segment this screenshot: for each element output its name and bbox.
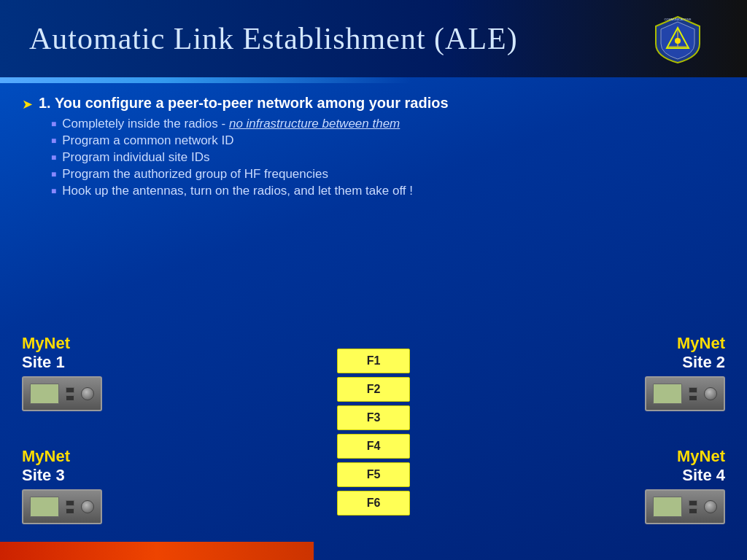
main-point: ➤ 1. You configure a peer-to-peer networ… (22, 95, 725, 112)
radio-controls (689, 387, 697, 401)
bullet-text-before: Completely inside the radios - (62, 117, 229, 131)
bullet-icon: ■ (51, 119, 56, 129)
site2-radio (645, 376, 725, 411)
infrastructure-link: no infrastructure between them (229, 117, 400, 131)
bullet-text: Program individual site IDs (62, 150, 209, 165)
site-1: MyNet Site 1 (22, 334, 102, 411)
freq-box-f6: F6 (337, 491, 410, 516)
site3-radio (22, 489, 102, 524)
list-item: ■ Program the authorized group of HF fre… (51, 167, 725, 182)
site3-site-label: Site 3 (22, 466, 65, 485)
frequency-list: F1 F2 F3 F4 F5 F6 (337, 349, 410, 516)
site-4: MyNet Site 4 (645, 447, 725, 524)
main-point-text: 1. You configure a peer-to-peer network … (39, 95, 449, 112)
radio-controls (66, 500, 74, 514)
radio-screen (653, 497, 682, 517)
bullet-text: Completely inside the radios - no infras… (62, 117, 400, 131)
radio-btn (689, 500, 697, 506)
bullet-icon: ■ (51, 186, 56, 196)
list-item: ■ Program individual site IDs (51, 150, 725, 165)
accent-bar (0, 77, 411, 83)
sub-bullets-list: ■ Completely inside the radios - no infr… (22, 117, 725, 198)
list-item: ■ Program a common network ID (51, 133, 725, 148)
content-area: ➤ 1. You configure a peer-to-peer networ… (0, 83, 747, 209)
site1-radio (22, 376, 102, 411)
header: Automatic Link Establishment (ALE) COMMU… (0, 0, 747, 77)
radio-knob (704, 387, 717, 400)
radio-btn (66, 387, 74, 393)
radio-controls (689, 500, 697, 514)
site2-mynet-label: MyNet (677, 334, 725, 353)
radio-btn (66, 508, 74, 514)
bottom-bar (0, 542, 314, 560)
list-item: ■ Completely inside the radios - no infr… (51, 117, 725, 131)
radio-controls (66, 387, 74, 401)
freq-box-f1: F1 (337, 349, 410, 373)
site1-site-label: Site 1 (22, 353, 65, 372)
radio-knob (81, 387, 94, 400)
radio-btn (689, 395, 697, 401)
radio-btn (689, 387, 697, 393)
arrow-icon: ➤ (22, 96, 33, 112)
slide-title: Automatic Link Establishment (ALE) (29, 21, 518, 56)
site-3: MyNet Site 3 (22, 447, 102, 524)
bullet-text: Program the authorized group of HF frequ… (62, 167, 328, 182)
radio-screen (653, 384, 682, 404)
bullet-text: Hook up the antennas, turn on the radios… (62, 184, 413, 198)
sites-area: MyNet Site 1 MyNet Site 2 (0, 334, 747, 560)
list-item: ■ Hook up the antennas, turn on the radi… (51, 184, 725, 198)
badge-icon: COMMUNICATIONS (652, 13, 703, 64)
radio-knob (81, 500, 94, 513)
freq-box-f5: F5 (337, 462, 410, 487)
bullet-text: Program a common network ID (62, 133, 233, 148)
site4-site-label: Site 4 (682, 466, 725, 485)
freq-box-f3: F3 (337, 405, 410, 430)
radio-btn (689, 508, 697, 514)
site1-mynet-label: MyNet (22, 334, 70, 353)
bullet-icon: ■ (51, 152, 56, 163)
radio-btn (66, 395, 74, 401)
site4-mynet-label: MyNet (677, 447, 725, 466)
bullet-icon: ■ (51, 169, 56, 179)
slide: Automatic Link Establishment (ALE) COMMU… (0, 0, 747, 560)
site-2: MyNet Site 2 (645, 334, 725, 411)
radio-screen (30, 384, 59, 404)
radio-knob (704, 500, 717, 513)
radio-btn (66, 500, 74, 506)
bullet-icon: ■ (51, 136, 56, 146)
freq-box-f4: F4 (337, 434, 410, 459)
svg-text:COMMUNICATIONS: COMMUNICATIONS (664, 18, 691, 21)
freq-box-f2: F2 (337, 377, 410, 402)
site3-mynet-label: MyNet (22, 447, 70, 466)
site4-radio (645, 489, 725, 524)
site2-site-label: Site 2 (682, 353, 725, 372)
radio-screen (30, 497, 59, 517)
